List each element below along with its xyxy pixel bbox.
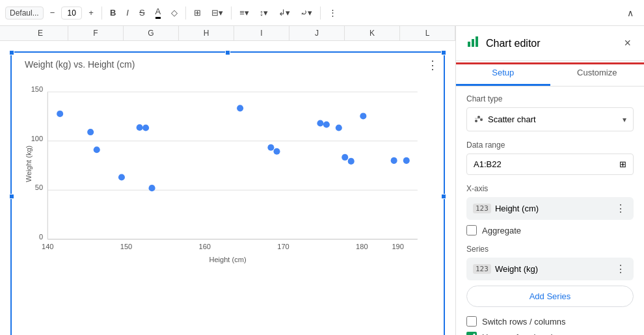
editor-content: Chart type Scatter chart ▾ (456, 87, 644, 335)
scatter-chart-icon (474, 113, 484, 124)
svg-point-26 (267, 144, 274, 151)
svg-text:190: 190 (392, 243, 403, 250)
x-axis-menu-button[interactable]: ⋮ (615, 202, 627, 215)
add-series-button[interactable]: Add Series (466, 286, 634, 307)
rotate-button[interactable]: ⤾▾ (297, 5, 316, 20)
series-menu-button[interactable]: ⋮ (615, 263, 627, 275)
resize-handle-tm[interactable] (225, 50, 230, 55)
x-axis-section: X-axis 123 Height (cm) ⋮ Aggregate (466, 184, 634, 235)
chart-type-icon (474, 113, 484, 126)
chart-menu-button[interactable]: ⋮ (427, 58, 438, 72)
bottom-checkboxes: Switch rows / columns Use row 1 as heade… (466, 316, 634, 335)
col-header-g[interactable]: G (124, 26, 179, 40)
switch-rows-row: Switch rows / columns (466, 316, 634, 327)
font-name-selector[interactable]: Defaul... (5, 7, 44, 20)
wrap-button[interactable]: ↲▾ (275, 5, 294, 20)
strikethrough-button[interactable]: S (135, 5, 149, 20)
series-item-left: 123 Weight (kg) (473, 264, 538, 274)
switch-rows-label: Switch rows / columns (482, 317, 566, 327)
svg-point-27 (273, 148, 280, 155)
series-badge: 123 (473, 264, 491, 274)
separator-2 (185, 7, 186, 20)
switch-rows-checkbox[interactable] (466, 316, 477, 327)
svg-text:100: 100 (31, 135, 43, 142)
sheet-area: E F G H I J K L ⋮ Weight (kg) vs. Height… (0, 26, 455, 335)
tab-setup[interactable]: Setup (456, 61, 550, 86)
use-row1-checkbox[interactable] (466, 332, 477, 335)
text-color-icon: A (155, 7, 161, 19)
borders-button[interactable]: ⊞ (190, 5, 205, 20)
svg-point-34 (391, 157, 397, 164)
col-header-h[interactable]: H (179, 26, 234, 40)
svg-text:150: 150 (31, 85, 43, 93)
editor-tabs: Setup Customize (456, 61, 644, 87)
svg-point-20 (94, 146, 100, 153)
font-size-increase-button[interactable]: + (85, 5, 98, 20)
editor-title: Chart editor (486, 38, 615, 49)
series-field-label: Weight (kg) (495, 264, 538, 274)
svg-point-18 (57, 111, 63, 117)
scatter-chart: 150 100 50 0 Weight (kg) 140 150 160 170 (25, 72, 431, 328)
svg-point-21 (118, 174, 125, 181)
data-range-section: Data range A1:B22 ⊞ (466, 141, 634, 175)
svg-point-30 (336, 125, 342, 131)
svg-text:0: 0 (39, 233, 43, 241)
toolbar: Defaul... − + B I S A ◇ ⊞ ⊟▾ ≡▾ ↕▾ ↲▾ ⤾▾… (0, 0, 644, 26)
chart-wrapper: ⋮ Weight (kg) vs. Height (cm) 150 100 50… (0, 41, 455, 335)
col-header-k[interactable]: K (345, 26, 400, 40)
separator-3 (231, 7, 232, 20)
series-item: 123 Weight (kg) ⋮ (466, 258, 634, 280)
editor-close-button[interactable]: × (621, 34, 634, 53)
chart-icon-svg (466, 35, 479, 48)
font-size-input[interactable] (61, 7, 82, 20)
italic-button[interactable]: I (122, 5, 133, 20)
resize-handle-mr[interactable] (441, 194, 446, 199)
chart-type-section: Chart type Scatter chart ▾ (466, 94, 634, 131)
resize-handle-tl[interactable] (9, 50, 14, 55)
use-row1-row: Use row 1 as headers (466, 332, 634, 335)
svg-point-28 (317, 120, 323, 126)
chart-type-select[interactable]: Scatter chart ▾ (466, 107, 634, 131)
collapse-toolbar-button[interactable]: ∧ (622, 5, 639, 21)
col-header-j[interactable]: J (289, 26, 345, 40)
chart-container[interactable]: ⋮ Weight (kg) vs. Height (cm) 150 100 50… (10, 51, 445, 335)
col-header-f[interactable]: F (68, 26, 124, 40)
col-header-e[interactable]: E (13, 26, 68, 40)
svg-point-32 (348, 158, 355, 165)
svg-text:140: 140 (42, 243, 53, 250)
data-range-grid-icon: ⊞ (619, 159, 626, 169)
svg-point-23 (142, 125, 149, 131)
fill-color-button[interactable]: ◇ (167, 5, 181, 20)
x-axis-item-left: 123 Height (cm) (473, 204, 539, 213)
svg-text:180: 180 (356, 243, 368, 250)
col-header-i[interactable]: I (234, 26, 289, 40)
resize-handle-ml[interactable] (9, 194, 14, 199)
resize-handle-tr[interactable] (441, 50, 446, 55)
svg-rect-38 (476, 36, 478, 47)
editor-header: Chart editor × (456, 26, 644, 61)
x-axis-section-label: X-axis (466, 184, 634, 193)
col-header-l[interactable]: L (400, 26, 455, 40)
merge-button[interactable]: ⊟▾ (208, 5, 227, 20)
svg-point-19 (87, 129, 94, 135)
svg-point-22 (137, 124, 143, 131)
separator-4 (320, 7, 321, 20)
align-v-button[interactable]: ↕▾ (256, 5, 273, 20)
main-area: E F G H I J K L ⋮ Weight (kg) vs. Height… (0, 26, 644, 335)
use-row1-label: Use row 1 as headers (482, 332, 564, 336)
tab-customize[interactable]: Customize (550, 61, 645, 86)
aggregate-checkbox[interactable] (466, 225, 477, 235)
data-range-field[interactable]: A1:B22 ⊞ (466, 154, 634, 175)
font-size-decrease-button[interactable]: − (46, 5, 59, 20)
align-h-button[interactable]: ≡▾ (235, 5, 253, 20)
svg-point-35 (403, 157, 410, 164)
more-options-button[interactable]: ⋮ (325, 5, 341, 20)
svg-text:170: 170 (277, 243, 289, 250)
bold-button[interactable]: B (106, 5, 120, 20)
svg-point-41 (480, 118, 483, 121)
chart-type-label: Chart type (466, 94, 634, 103)
svg-point-40 (477, 116, 480, 118)
chart-editor-panel: Chart editor × Setup Customize Chart typ… (455, 26, 644, 335)
svg-point-39 (475, 120, 477, 122)
text-color-button[interactable]: A (152, 4, 165, 21)
